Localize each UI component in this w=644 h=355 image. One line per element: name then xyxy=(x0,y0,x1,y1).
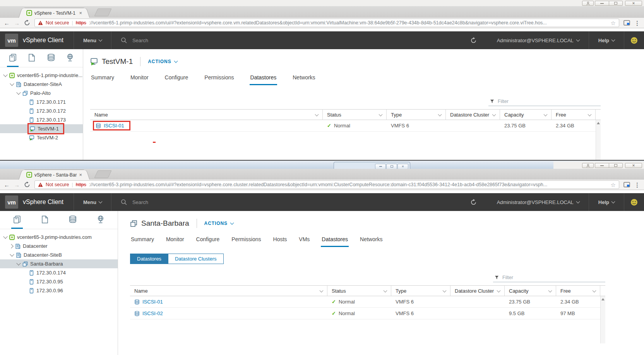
close-tab-icon[interactable]: × xyxy=(79,10,82,15)
column-menu-icon[interactable] xyxy=(320,288,324,292)
networking-tab[interactable] xyxy=(95,211,106,229)
search-input[interactable] xyxy=(132,37,191,44)
storage-tab[interactable] xyxy=(67,211,79,229)
tab-monitor[interactable]: Monitor xyxy=(130,72,149,85)
column-menu-icon[interactable] xyxy=(492,112,496,116)
forward-icon[interactable]: → xyxy=(14,20,20,26)
maximize-button[interactable] xyxy=(609,163,623,168)
hosts-and-clusters-tab[interactable] xyxy=(7,49,19,67)
reload-icon[interactable] xyxy=(24,182,30,188)
user-menu[interactable]: Administrator@VSPHERE.LOCAL xyxy=(488,199,589,205)
help-menu[interactable]: Help xyxy=(589,38,624,43)
tab-networks[interactable]: Networks xyxy=(359,234,383,247)
tab-permissions[interactable]: Permissions xyxy=(204,72,235,85)
browser-menu-icon[interactable]: ⋮ xyxy=(634,20,640,26)
cast-screen-icon[interactable] xyxy=(623,182,630,188)
refresh-button[interactable] xyxy=(470,37,488,44)
refresh-button[interactable] xyxy=(470,199,488,206)
cast-screen-icon[interactable] xyxy=(623,20,630,26)
tree-item-host-171[interactable]: 172.30.0.171 xyxy=(0,98,83,106)
address-bar[interactable]: Not secure | https ://vcenter65-3.primp-… xyxy=(34,180,619,189)
maximize-button[interactable] xyxy=(609,1,623,6)
actions-menu[interactable]: ACTIONS xyxy=(148,59,177,64)
back-icon[interactable]: ← xyxy=(4,20,10,26)
datastores-toggle-button[interactable]: Datastores xyxy=(130,254,168,264)
close-window-button[interactable]: × xyxy=(397,164,408,169)
tab-configure[interactable]: Configure xyxy=(195,234,221,247)
minimize-button[interactable] xyxy=(595,163,609,168)
column-header-status[interactable]: Status xyxy=(322,110,386,120)
scroll-up-icon[interactable] xyxy=(601,298,605,300)
tree-item-host-95[interactable]: 172.30.0.95 xyxy=(0,277,118,286)
column-header-capacity[interactable]: Capacity xyxy=(500,110,551,120)
filter-box[interactable] xyxy=(493,274,605,282)
tree-item-datacenter-sitea[interactable]: Datacenter-SiteA xyxy=(0,80,83,89)
column-menu-icon[interactable] xyxy=(497,288,501,292)
feedback-button[interactable] xyxy=(624,37,644,44)
tab-monitor[interactable]: Monitor xyxy=(165,234,185,247)
tab-permissions[interactable]: Permissions xyxy=(231,234,262,247)
datastore-link[interactable]: ISCSI-01 xyxy=(142,299,163,305)
chevron-down-icon[interactable] xyxy=(3,234,7,238)
column-header-type[interactable]: Type xyxy=(391,286,450,296)
tab-configure[interactable]: Configure xyxy=(164,72,189,85)
grid-scrollbar[interactable] xyxy=(600,296,605,343)
column-menu-icon[interactable] xyxy=(438,112,442,116)
browser-tab[interactable]: vSphere - TestVM-1 - Da × xyxy=(22,8,86,18)
new-tab-button[interactable] xyxy=(94,170,111,178)
column-header-name[interactable]: Name xyxy=(90,110,322,120)
tree-item-testvm-1[interactable]: TestVM-1 xyxy=(0,124,83,133)
grid-scrollbar[interactable] xyxy=(596,120,601,160)
tree-item-testvm-2[interactable]: TestVM-2 xyxy=(0,133,83,142)
browser-menu-icon[interactable]: ⋮ xyxy=(634,182,640,188)
hosts-and-clusters-tab[interactable] xyxy=(11,211,23,229)
tab-summary[interactable]: Summary xyxy=(130,234,155,247)
user-session-button[interactable] xyxy=(582,1,594,6)
menu-button[interactable]: Menu xyxy=(74,199,111,205)
table-row[interactable]: ISCSI-01 ✓Normal VMFS 6 23.75 GB 2.34 GB xyxy=(90,120,596,132)
column-menu-icon[interactable] xyxy=(544,112,548,116)
tree-item-vcenter[interactable]: vcenter65-3.primp-industries.com xyxy=(0,233,118,242)
column-header-datastore-cluster[interactable]: Datastore Cluster xyxy=(450,286,504,296)
bookmark-star-icon[interactable]: ☆ xyxy=(611,20,616,26)
column-menu-icon[interactable] xyxy=(315,112,319,116)
chevron-down-icon[interactable] xyxy=(16,261,21,265)
search-input[interactable] xyxy=(132,199,191,206)
minimize-button[interactable] xyxy=(595,1,609,6)
column-menu-icon[interactable] xyxy=(384,288,387,292)
table-row[interactable]: ISCSI-02 ✓Normal VMFS 6 9.5 GB 97 MB xyxy=(130,308,600,319)
global-search[interactable] xyxy=(111,37,200,44)
tab-hosts[interactable]: Hosts xyxy=(272,234,288,247)
menu-button[interactable]: Menu xyxy=(74,38,111,43)
column-menu-icon[interactable] xyxy=(593,288,596,292)
column-header-datastore-cluster[interactable]: Datastore Cluster xyxy=(445,110,500,120)
browser-tab[interactable]: vSphere - Santa-Barbara × xyxy=(22,170,86,180)
new-tab-button[interactable] xyxy=(94,9,111,16)
back-icon[interactable]: ← xyxy=(4,182,10,188)
minimize-button[interactable] xyxy=(375,164,386,169)
global-search[interactable] xyxy=(111,199,200,206)
column-header-free[interactable]: Free xyxy=(556,286,600,296)
column-header-name[interactable]: Name xyxy=(130,286,327,296)
user-menu[interactable]: Administrator@VSPHERE.LOCAL xyxy=(488,38,589,43)
close-window-button[interactable]: × xyxy=(625,163,642,168)
chevron-down-icon[interactable] xyxy=(10,81,14,86)
column-menu-icon[interactable] xyxy=(588,112,592,116)
reload-icon[interactable] xyxy=(24,20,30,26)
tab-summary[interactable]: Summary xyxy=(90,72,115,85)
chevron-right-icon[interactable] xyxy=(9,244,13,248)
close-tab-icon[interactable]: × xyxy=(79,172,82,177)
address-bar[interactable]: Not secure | https ://vcenter65-1.primp-… xyxy=(34,19,619,27)
tab-vms[interactable]: VMs xyxy=(298,234,310,247)
tree-item-host-174[interactable]: 172.30.0.174 xyxy=(0,268,118,277)
column-menu-icon[interactable] xyxy=(443,288,447,292)
storage-tab[interactable] xyxy=(45,49,57,67)
tab-networks[interactable]: Networks xyxy=(292,72,316,85)
vms-and-templates-tab[interactable] xyxy=(26,49,38,67)
chevron-down-icon[interactable] xyxy=(10,252,14,256)
datastore-link[interactable]: ISCSI-02 xyxy=(142,310,163,316)
column-header-capacity[interactable]: Capacity xyxy=(504,286,556,296)
tab-datastores[interactable]: Datastores xyxy=(250,72,277,85)
tree-item-palo-alto[interactable]: Palo-Alto xyxy=(0,89,83,98)
maximize-button[interactable] xyxy=(386,164,397,169)
